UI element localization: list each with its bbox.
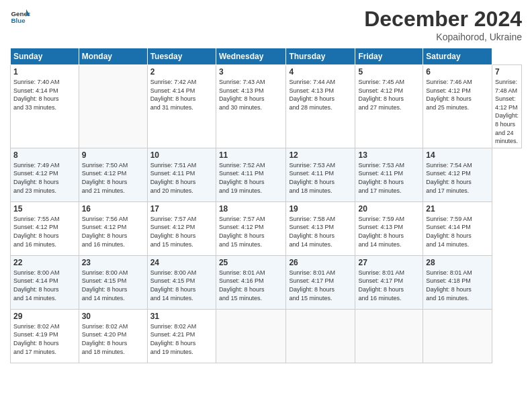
table-row: 31Sunrise: 8:02 AMSunset: 4:21 PMDayligh… [147, 309, 216, 363]
table-row: 30Sunrise: 8:02 AMSunset: 4:20 PMDayligh… [79, 309, 147, 363]
table-row: 27Sunrise: 8:01 AMSunset: 4:17 PMDayligh… [355, 255, 423, 309]
week-row-3: 15Sunrise: 7:55 AMSunset: 4:12 PMDayligh… [11, 201, 522, 255]
table-row: 7Sunrise: 7:48 AMSunset: 4:12 PMDaylight… [492, 65, 521, 148]
table-row: 26Sunrise: 8:01 AMSunset: 4:17 PMDayligh… [286, 255, 355, 309]
month-title: December 2024 [364, 7, 522, 32]
table-row: 25Sunrise: 8:01 AMSunset: 4:16 PMDayligh… [216, 255, 286, 309]
table-row [286, 309, 355, 363]
table-row [216, 309, 286, 363]
table-row: 18Sunrise: 7:57 AMSunset: 4:12 PMDayligh… [216, 201, 286, 255]
table-row: 10Sunrise: 7:51 AMSunset: 4:11 PMDayligh… [147, 148, 216, 201]
table-row: 23Sunrise: 8:00 AMSunset: 4:15 PMDayligh… [79, 255, 147, 309]
logo-icon: General Blue [10, 7, 30, 27]
table-row: 8Sunrise: 7:49 AMSunset: 4:12 PMDaylight… [11, 148, 79, 201]
col-monday: Monday [79, 48, 147, 65]
table-row: 24Sunrise: 8:00 AMSunset: 4:15 PMDayligh… [147, 255, 216, 309]
header: General Blue December 2024 Kopaihorod, U… [10, 7, 522, 42]
col-saturday: Saturday [423, 48, 492, 65]
col-thursday: Thursday [286, 48, 355, 65]
table-row: 12Sunrise: 7:53 AMSunset: 4:11 PMDayligh… [286, 148, 355, 201]
table-row [79, 65, 147, 148]
table-row: 1Sunrise: 7:40 AMSunset: 4:14 PMDaylight… [11, 65, 79, 148]
header-row: Sunday Monday Tuesday Wednesday Thursday… [11, 48, 522, 65]
col-sunday: Sunday [11, 48, 79, 65]
week-row-5: 29Sunrise: 8:02 AMSunset: 4:19 PMDayligh… [11, 309, 522, 363]
table-row [355, 309, 423, 363]
table-row: 13Sunrise: 7:53 AMSunset: 4:11 PMDayligh… [355, 148, 423, 201]
col-tuesday: Tuesday [147, 48, 216, 65]
table-row: 21Sunrise: 7:59 AMSunset: 4:14 PMDayligh… [423, 201, 492, 255]
table-row: 19Sunrise: 7:58 AMSunset: 4:13 PMDayligh… [286, 201, 355, 255]
table-row: 15Sunrise: 7:55 AMSunset: 4:12 PMDayligh… [11, 201, 79, 255]
svg-text:Blue: Blue [11, 17, 26, 24]
table-row: 5Sunrise: 7:45 AMSunset: 4:12 PMDaylight… [355, 65, 423, 148]
table-row: 9Sunrise: 7:50 AMSunset: 4:12 PMDaylight… [79, 148, 147, 201]
table-row: 28Sunrise: 8:01 AMSunset: 4:18 PMDayligh… [423, 255, 492, 309]
table-row: 4Sunrise: 7:44 AMSunset: 4:13 PMDaylight… [286, 65, 355, 148]
table-row: 20Sunrise: 7:59 AMSunset: 4:13 PMDayligh… [355, 201, 423, 255]
week-row-1: 1Sunrise: 7:40 AMSunset: 4:14 PMDaylight… [11, 65, 522, 148]
col-friday: Friday [355, 48, 423, 65]
col-wednesday: Wednesday [216, 48, 286, 65]
table-row: 29Sunrise: 8:02 AMSunset: 4:19 PMDayligh… [11, 309, 79, 363]
table-row: 14Sunrise: 7:54 AMSunset: 4:12 PMDayligh… [423, 148, 492, 201]
table-row: 22Sunrise: 8:00 AMSunset: 4:14 PMDayligh… [11, 255, 79, 309]
week-row-4: 22Sunrise: 8:00 AMSunset: 4:14 PMDayligh… [11, 255, 522, 309]
location: Kopaihorod, Ukraine [364, 32, 522, 42]
title-block: December 2024 Kopaihorod, Ukraine [364, 7, 522, 42]
table-row: 11Sunrise: 7:52 AMSunset: 4:11 PMDayligh… [216, 148, 286, 201]
table-row: 2Sunrise: 7:42 AMSunset: 4:14 PMDaylight… [147, 65, 216, 148]
table-row: 17Sunrise: 7:57 AMSunset: 4:12 PMDayligh… [147, 201, 216, 255]
table-row: 3Sunrise: 7:43 AMSunset: 4:13 PMDaylight… [216, 65, 286, 148]
logo: General Blue [10, 7, 30, 27]
table-row: 16Sunrise: 7:56 AMSunset: 4:12 PMDayligh… [79, 201, 147, 255]
week-row-2: 8Sunrise: 7:49 AMSunset: 4:12 PMDaylight… [11, 148, 522, 201]
calendar-table: Sunday Monday Tuesday Wednesday Thursday… [10, 48, 522, 363]
table-row [423, 309, 492, 363]
table-row: 6Sunrise: 7:46 AMSunset: 4:12 PMDaylight… [423, 65, 492, 148]
calendar-page: General Blue December 2024 Kopaihorod, U… [0, 0, 532, 411]
